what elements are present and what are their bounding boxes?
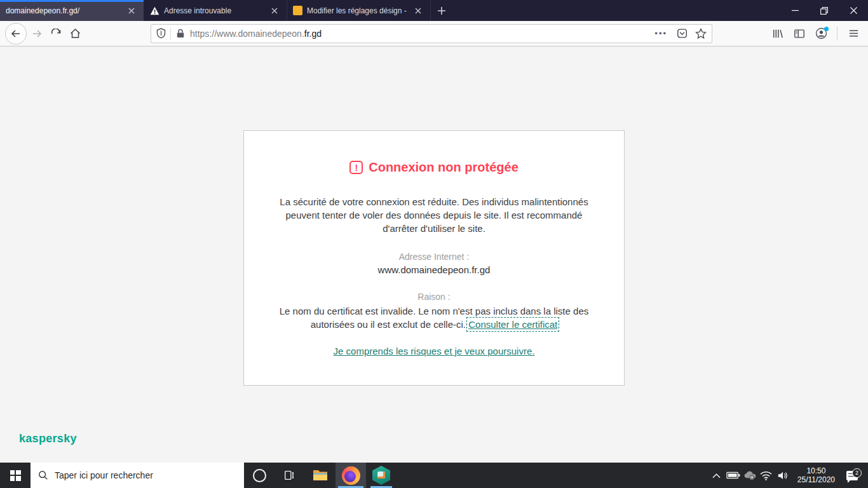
wifi-icon	[760, 471, 772, 480]
kaspersky-icon	[372, 466, 390, 485]
lock-icon[interactable]	[176, 29, 185, 38]
alert-header: ! Connexion non protégée	[244, 160, 624, 175]
minimize-icon	[792, 7, 799, 14]
bookmark-star-button[interactable]	[691, 24, 710, 43]
kaspersky-warning-card: ! Connexion non protégée La sécurité de …	[243, 130, 625, 386]
restore-icon	[820, 7, 828, 15]
reload-button[interactable]	[46, 24, 65, 43]
account-button[interactable]	[811, 24, 831, 43]
sidebar-button[interactable]	[790, 24, 809, 43]
close-icon	[850, 7, 857, 14]
firefox-icon	[342, 466, 360, 485]
library-icon	[772, 28, 783, 39]
cortana-icon	[253, 469, 266, 482]
tab-close-icon[interactable]	[125, 4, 138, 17]
home-icon	[70, 28, 81, 39]
task-view-icon	[283, 469, 296, 482]
view-certificate-link[interactable]: Consulter le certificat	[468, 319, 557, 330]
urlbar-separator	[170, 28, 171, 39]
task-view-button[interactable]	[275, 463, 305, 488]
file-explorer-button[interactable]	[305, 463, 336, 488]
site-favicon	[293, 6, 302, 15]
account-notification-dot	[824, 27, 829, 31]
toolbar-separator	[837, 27, 837, 41]
library-button[interactable]	[768, 24, 787, 43]
reason-label: Raison :	[244, 292, 624, 302]
reason-text: Le nom du certificat est invalide. Le no…	[264, 304, 604, 331]
windows-taskbar: Taper ici pour rechercher 10:50	[0, 463, 868, 488]
search-icon	[38, 470, 48, 480]
forward-arrow-icon	[32, 29, 42, 39]
speaker-icon	[777, 471, 789, 480]
forward-button[interactable]	[27, 24, 46, 43]
tab-close-icon[interactable]	[412, 4, 424, 17]
clock-date: 25/11/2020	[797, 475, 835, 484]
address-value: www.domainedepeon.fr.gd	[244, 264, 624, 275]
toolbar-right-icons	[768, 24, 863, 43]
proceed-row: Je comprends les risques et je veux pour…	[244, 346, 624, 356]
kaspersky-taskbar-button[interactable]	[366, 463, 397, 488]
url-domain: fr.gd	[304, 29, 322, 39]
firefox-taskbar-button[interactable]	[336, 463, 366, 488]
page-content: ! Connexion non protégée La sécurité de …	[0, 46, 868, 463]
window-minimize-button[interactable]	[780, 0, 810, 21]
tracking-protection-shield-icon[interactable]	[156, 28, 166, 39]
new-tab-button[interactable]	[431, 0, 452, 21]
tab-title: Modifier les réglages désign - n	[307, 6, 407, 15]
battery-status[interactable]	[725, 471, 742, 479]
proceed-anyway-link[interactable]: Je comprends les risques et je veux pour…	[334, 346, 535, 356]
star-icon	[695, 28, 707, 39]
start-button[interactable]	[0, 463, 31, 488]
volume-status[interactable]	[775, 471, 791, 480]
taskbar-search-input[interactable]: Taper ici pour rechercher	[31, 463, 244, 488]
tab-bar: domainedepeon.fr.gd/ Adresse introuvable…	[0, 0, 868, 21]
sidebar-icon	[794, 28, 805, 39]
reload-icon	[51, 29, 61, 39]
clock-time: 10:50	[797, 466, 835, 475]
tab-close-icon[interactable]	[268, 4, 281, 17]
back-button[interactable]	[5, 23, 27, 44]
page-actions-button[interactable]: •••	[649, 29, 672, 38]
pocket-button[interactable]	[672, 24, 691, 43]
taskbar-clock[interactable]: 10:50 25/11/2020	[791, 466, 841, 484]
windows-logo-icon	[10, 470, 21, 481]
url-text[interactable]: https://www.domainedepeon.fr.gd	[190, 29, 649, 39]
window-controls	[780, 0, 868, 21]
navigation-toolbar: https://www.domainedepeon.fr.gd •••	[0, 21, 868, 46]
file-explorer-icon	[312, 468, 329, 482]
onedrive-paused-cloud-icon	[743, 470, 757, 480]
kaspersky-logo: kaspersky	[19, 432, 77, 445]
hamburger-icon	[848, 28, 859, 39]
plus-icon	[437, 6, 446, 15]
chevron-up-icon	[712, 473, 721, 478]
onedrive-status[interactable]	[742, 470, 758, 480]
system-tray: 10:50 25/11/2020 2	[709, 463, 868, 488]
warning-triangle-icon	[149, 6, 159, 16]
tab-adresse-introuvable[interactable]: Adresse introuvable	[144, 0, 287, 21]
menu-button[interactable]	[844, 24, 863, 43]
pocket-icon	[677, 28, 688, 39]
window-restore-button[interactable]	[810, 0, 839, 21]
home-button[interactable]	[65, 24, 85, 43]
url-bar[interactable]: https://www.domainedepeon.fr.gd •••	[151, 24, 712, 43]
window-close-button[interactable]	[839, 0, 868, 21]
tab-domainedepeon[interactable]: domainedepeon.fr.gd/	[0, 0, 144, 21]
warning-description: La sécurité de votre connexion est rédui…	[274, 195, 595, 235]
address-label: Adresse Internet :	[244, 252, 624, 262]
network-status[interactable]	[758, 471, 775, 480]
back-arrow-icon	[11, 29, 21, 39]
cortana-button[interactable]	[244, 463, 275, 488]
tab-title: domainedepeon.fr.gd/	[6, 6, 121, 15]
search-placeholder: Taper ici pour rechercher	[55, 470, 153, 480]
tab-title: Adresse introuvable	[164, 6, 264, 15]
notification-count-badge: 2	[852, 468, 862, 478]
tray-expand-button[interactable]	[709, 473, 725, 478]
url-prefix: https://www.domainedepeon.	[190, 29, 304, 39]
action-center-button[interactable]: 2	[841, 471, 863, 480]
alert-icon: !	[349, 161, 363, 174]
battery-icon	[726, 471, 740, 479]
tab-modifier-reglages[interactable]: Modifier les réglages désign - n	[287, 0, 431, 21]
page-title: Connexion non protégée	[369, 160, 519, 175]
